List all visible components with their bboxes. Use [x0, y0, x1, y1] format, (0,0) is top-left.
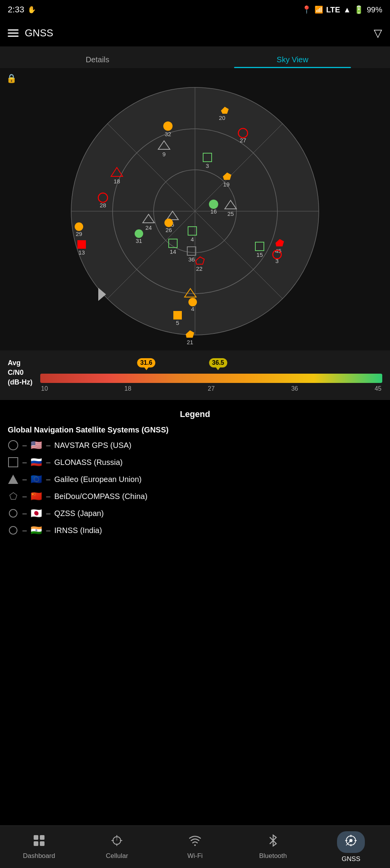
- signal-bar-container: 31.6 36.5 10 18 27 36 45: [40, 358, 382, 392]
- time-display: 2:33: [8, 5, 24, 15]
- svg-text:16: 16: [210, 208, 217, 215]
- signal-icon: 📶: [315, 5, 323, 14]
- battery-pct: 99%: [367, 5, 382, 14]
- status-bar: 2:33 ✋ 📍 📶 LTE ▲ 🔋 99%: [0, 0, 390, 19]
- status-time: 2:33 ✋: [8, 5, 36, 15]
- lte-label: LTE: [326, 5, 340, 14]
- svg-text:26: 26: [166, 227, 172, 233]
- nav-wifi[interactable]: Wi-Fi: [156, 834, 234, 860]
- cellular-icon: [111, 834, 123, 850]
- svg-text:13: 13: [79, 249, 85, 256]
- bottom-nav: Dashboard Cellular Wi-Fi: [0, 825, 390, 868]
- svg-rect-62: [40, 835, 44, 840]
- svg-text:25: 25: [228, 210, 234, 217]
- radar-svg: 32 20 27 9 3 18 19 28 16: [56, 72, 334, 350]
- svg-point-7: [163, 121, 173, 131]
- gnss-icon: [345, 834, 357, 850]
- battery-icon: 🔋: [354, 5, 364, 14]
- notification-icon: ✋: [27, 5, 36, 14]
- signal-area: AvgC/N0(dB-Hz) 31.6 36.5 10 18 27 36 45: [0, 350, 390, 400]
- legend-item-irnss: – 🇮🇳 – IRNSS (India): [8, 525, 382, 536]
- legend-section: Legend Global Navigation Satellite Syste…: [0, 400, 390, 551]
- sky-view-container: 🔒 32 20 27 9: [0, 68, 390, 400]
- legend-title: Legend: [8, 409, 382, 419]
- legend-item-qzss: – 🇯🇵 – QZSS (Japan): [8, 508, 382, 519]
- svg-text:18: 18: [114, 178, 120, 185]
- signal-ticks: 10 18 27 36 45: [40, 385, 382, 392]
- svg-text:14: 14: [170, 248, 176, 255]
- signal-bar-track: [40, 374, 382, 383]
- svg-text:3: 3: [275, 258, 279, 264]
- nav-bluetooth-label: Bluetooth: [259, 852, 287, 860]
- svg-text:32: 32: [165, 131, 171, 137]
- signal-marker-1: 31.6: [137, 358, 155, 367]
- menu-button[interactable]: [8, 29, 19, 37]
- signal-marker-2: 36.5: [209, 358, 227, 367]
- svg-point-33: [135, 229, 143, 238]
- nav-dashboard-label: Dashboard: [23, 852, 55, 860]
- svg-rect-64: [40, 841, 44, 846]
- avg-label: AvgC/N0(dB-Hz): [8, 358, 32, 388]
- svg-point-54: [188, 298, 197, 306]
- page-title: GNSS: [25, 27, 53, 39]
- svg-point-45: [75, 222, 83, 231]
- svg-text:4: 4: [191, 306, 194, 312]
- svg-text:20: 20: [219, 114, 226, 121]
- legend-item-galileo: – 🇪🇺 – Galileo (European Union): [8, 474, 382, 485]
- bluetooth-icon: [267, 834, 279, 850]
- svg-rect-43: [77, 240, 86, 249]
- location-icon: 📍: [302, 5, 311, 14]
- svg-text:5: 5: [176, 320, 179, 326]
- legend-item-gps: – 🇺🇸 – NAVSTAR GPS (USA): [8, 440, 382, 451]
- svg-text:15: 15: [257, 251, 263, 258]
- svg-point-71: [194, 844, 196, 846]
- svg-text:19: 19: [223, 181, 230, 188]
- legend-subtitle: Global Navigation Satellite Systems (GNS…: [8, 425, 382, 434]
- legend-item-glonass: – 🇷🇺 – GLONASS (Russia): [8, 457, 382, 468]
- svg-rect-61: [34, 835, 38, 840]
- nav-gnss-label: GNSS: [342, 855, 360, 863]
- svg-text:36: 36: [188, 256, 195, 263]
- svg-text:27: 27: [240, 137, 246, 144]
- svg-text:4: 4: [191, 236, 194, 243]
- nav-gnss[interactable]: GNSS: [312, 831, 390, 863]
- svg-text:31: 31: [136, 238, 142, 244]
- filter-button[interactable]: ▽: [374, 27, 382, 39]
- signal-bars: ▲: [343, 5, 351, 14]
- legend-item-beidou: ⬠ – 🇨🇳 – BeiDou/COMPASS (China): [8, 491, 382, 502]
- nav-dashboard[interactable]: Dashboard: [0, 834, 78, 860]
- svg-text:21: 21: [187, 339, 193, 345]
- dashboard-icon: [33, 834, 45, 850]
- svg-rect-63: [34, 841, 38, 846]
- svg-text:22: 22: [196, 265, 203, 272]
- tab-skyview[interactable]: Sky View: [195, 50, 390, 68]
- svg-text:28: 28: [100, 202, 106, 208]
- wifi-icon: [189, 834, 201, 850]
- svg-text:29: 29: [76, 231, 82, 237]
- top-bar: GNSS ▽: [0, 19, 390, 46]
- svg-text:3: 3: [206, 162, 209, 169]
- sky-radar: 32 20 27 9 3 18 19 28 16: [56, 72, 334, 350]
- svg-rect-56: [173, 311, 182, 320]
- svg-text:9: 9: [162, 151, 166, 157]
- nav-cellular[interactable]: Cellular: [78, 834, 156, 860]
- nav-wifi-label: Wi-Fi: [187, 852, 203, 860]
- svg-point-23: [209, 200, 218, 209]
- svg-text:24: 24: [145, 224, 152, 231]
- nav-bluetooth[interactable]: Bluetooth: [234, 834, 312, 860]
- tab-details[interactable]: Details: [0, 50, 195, 68]
- tab-bar: Details Sky View: [0, 46, 390, 68]
- svg-point-31: [164, 219, 173, 227]
- lock-icon: 🔒: [6, 73, 17, 84]
- status-icons: 📍 📶 LTE ▲ 🔋 99%: [302, 5, 382, 14]
- nav-cellular-label: Cellular: [106, 852, 128, 860]
